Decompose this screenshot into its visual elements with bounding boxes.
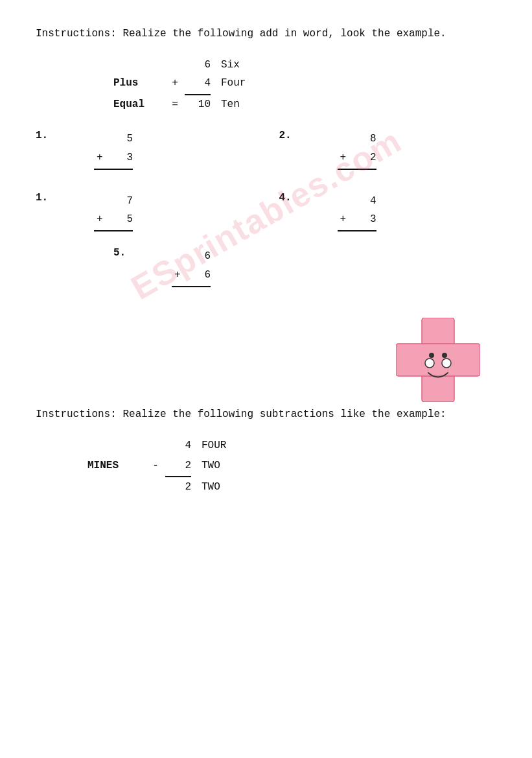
exercise-1-num-bottom: 3 [113, 148, 133, 167]
example-label-3: Equal [113, 95, 165, 114]
example-row-1: 6 Six [113, 56, 496, 75]
exercise-3-num-bottom: 5 [113, 210, 133, 229]
exercise-4-block: 4 + 3 [312, 192, 376, 235]
exercise-1-op-empty [97, 130, 110, 148]
exercise-2-bottom: + 2 [312, 148, 376, 167]
exercise-3-top: 7 [68, 192, 133, 211]
exercise-1-line [94, 169, 133, 170]
sub-op-1 [146, 436, 165, 455]
exercises-grid: 1. 5 + 3 2. 8 + 2 [36, 130, 496, 234]
exercise-5-num-bottom: 6 [191, 266, 211, 285]
example-word-1: Six [221, 56, 266, 75]
exercise-4-num-bottom: 3 [357, 210, 376, 229]
sub-label-2: MINES [87, 456, 146, 475]
exercise-1-plus: + [97, 148, 110, 167]
exercise-2-number: 2. [279, 130, 299, 141]
exercise-3: 1. 7 + 5 [36, 192, 253, 235]
sub-op-2: - [146, 456, 165, 475]
exercise-2-op-empty [340, 130, 353, 148]
sub-word-1: FOUR [202, 436, 247, 455]
svg-point-5 [442, 359, 451, 368]
svg-point-3 [442, 353, 447, 358]
exercise-3-number: 1. [36, 192, 55, 204]
exercise-2: 2. 8 + 2 [279, 130, 497, 172]
exercise-5-plus: + [174, 266, 187, 285]
example-label-1 [113, 56, 165, 75]
example-num-3: 10 [185, 95, 211, 114]
exercise-5-block: 6 + 6 [146, 247, 211, 290]
exercise-5-bottom: + 6 [146, 266, 211, 285]
exercise-5-line [172, 286, 211, 287]
instructions-2-text: Instructions: Realize the following subt… [36, 409, 446, 420]
example-num-1: 6 [185, 56, 211, 75]
sub-label-1 [87, 436, 146, 455]
exercise-1-bottom: + 3 [68, 148, 133, 167]
exercise-2-num-top: 8 [357, 130, 376, 148]
example-word-3: Ten [221, 95, 266, 114]
exercise-5-op-empty [174, 247, 187, 266]
svg-point-2 [429, 353, 434, 358]
sub-num-2: 2 [165, 456, 191, 477]
example-op-2: + [165, 74, 185, 93]
sub-row-1: 4 FOUR [87, 436, 496, 455]
example-op-3: = [165, 95, 185, 114]
example-word-2: Four [221, 74, 266, 93]
exercise-3-bottom: + 5 [68, 210, 133, 229]
sub-word-3: TWO [202, 477, 247, 497]
sub-num-1: 4 [165, 436, 191, 455]
sub-row-2: MINES - 2 TWO [87, 456, 496, 477]
exercise-4-plus: + [340, 210, 353, 229]
exercise-5-top: 6 [146, 247, 211, 266]
svg-point-4 [425, 359, 434, 368]
exercise-3-num-top: 7 [113, 192, 133, 211]
exercise-4-number: 4. [279, 192, 299, 204]
sub-word-2: TWO [202, 456, 247, 475]
exercise-4-line [338, 230, 376, 231]
sub-op-3 [146, 477, 165, 497]
sub-num-3: 2 [165, 477, 191, 497]
exercise-1-number: 1. [36, 130, 55, 141]
exercise-4: 4. 4 + 3 [279, 192, 497, 235]
exercise-3-line [94, 230, 133, 231]
instructions-1-text: Instructions: Realize the following add … [36, 28, 446, 40]
svg-rect-1 [396, 344, 480, 376]
sub-row-3: 2 TWO [87, 477, 496, 497]
sub-label-3 [87, 477, 146, 497]
example-num-2: 4 [185, 74, 211, 95]
subtraction-example: 4 FOUR MINES - 2 TWO 2 TWO [87, 436, 496, 497]
instructions-1: Instructions: Realize the following add … [36, 26, 496, 43]
exercise-2-block: 8 + 2 [312, 130, 376, 172]
exercise-5-number: 5. [113, 247, 133, 259]
instructions-2: Instructions: Realize the following subt… [36, 407, 496, 423]
exercise-1-block: 5 + 3 [68, 130, 133, 172]
example-row-3: Equal = 10 Ten [113, 95, 496, 114]
exercise-4-num-top: 4 [357, 192, 376, 211]
addition-example: 6 Six Plus + 4 Four Equal = 10 Ten [113, 56, 496, 114]
exercise-2-line [338, 169, 376, 170]
exercise-4-op-empty [340, 192, 353, 211]
example-op-1 [165, 56, 185, 75]
exercise-1: 1. 5 + 3 [36, 130, 253, 172]
exercise-5-num-top: 6 [191, 247, 211, 266]
exercise-4-bottom: + 3 [312, 210, 376, 229]
exercise-3-block: 7 + 5 [68, 192, 133, 235]
exercise-2-top: 8 [312, 130, 376, 148]
exercise-5: 5. 6 + 6 [113, 247, 496, 290]
plus-mascot [396, 318, 480, 402]
example-label-2: Plus [113, 74, 165, 93]
exercise-1-num-top: 5 [113, 130, 133, 148]
exercise-3-plus: + [97, 210, 110, 229]
exercise-4-top: 4 [312, 192, 376, 211]
exercise-3-op-empty [97, 192, 110, 211]
example-row-2: Plus + 4 Four [113, 74, 496, 95]
exercise-2-plus: + [340, 148, 353, 167]
exercise-1-top: 5 [68, 130, 133, 148]
exercise-2-num-bottom: 2 [357, 148, 376, 167]
